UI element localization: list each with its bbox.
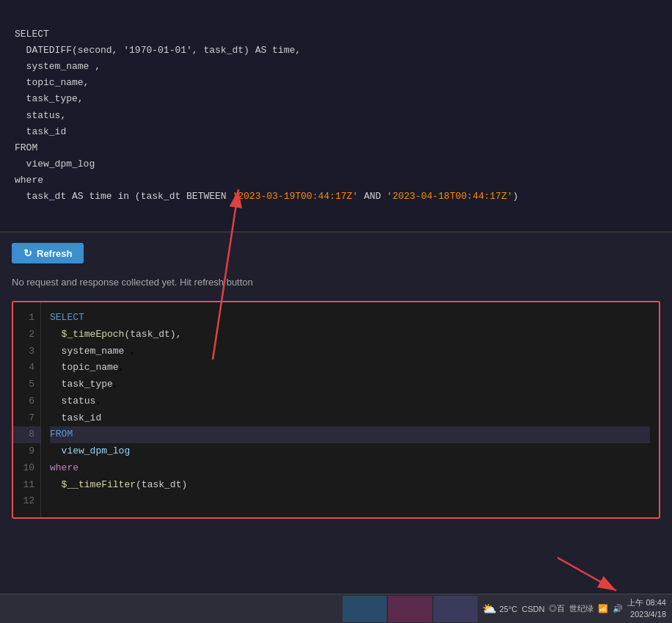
refresh-label: Refresh bbox=[37, 248, 72, 259]
taskbar-csdn[interactable]: CSDN bbox=[522, 605, 544, 613]
svg-line-3 bbox=[558, 558, 616, 591]
sql-close: ) bbox=[513, 191, 519, 202]
line-num-4: 4 bbox=[13, 360, 40, 376]
sql-date-1: '2023-03-19T00:44:17Z' bbox=[232, 191, 358, 202]
line-num-3: 3 bbox=[13, 343, 40, 360]
code-line-2: $_timeEpoch(task_dt), bbox=[50, 327, 650, 343]
line-num-1: 1 bbox=[13, 310, 40, 327]
taskbar-time: 上午 08:44 2023/4/18 bbox=[627, 597, 666, 620]
sql-display: SELECT DATEDIFF(second, '1970-01-01', ta… bbox=[15, 10, 657, 221]
toolbar: ↻ Refresh bbox=[0, 233, 672, 274]
line-num-2: 2 bbox=[13, 327, 40, 343]
line-num-6: 6 bbox=[13, 393, 40, 410]
code-line-1: SELECT bbox=[50, 310, 650, 327]
weather-icon: ⛅ bbox=[482, 602, 497, 616]
code-editor-inner: 1 2 3 4 5 6 7 8 9 10 11 12 SELECT $_time… bbox=[13, 302, 659, 517]
code-line-4: topic_name, bbox=[50, 360, 650, 376]
code-line-5: task_type, bbox=[50, 376, 650, 393]
taskbar-app-vol: 🔊 bbox=[613, 604, 623, 613]
code-line-6: status, bbox=[50, 393, 650, 410]
line-num-10: 10 bbox=[13, 460, 40, 477]
line-num-8: 8 bbox=[13, 426, 40, 443]
code-line-11: $__timeFilter(task_dt) bbox=[50, 477, 650, 494]
code-line-3: system_name , bbox=[50, 343, 650, 360]
code-content[interactable]: SELECT $_timeEpoch(task_dt), system_name… bbox=[41, 302, 659, 517]
code-editor[interactable]: 1 2 3 4 5 6 7 8 9 10 11 12 SELECT $_time… bbox=[12, 301, 660, 519]
line-num-11: 11 bbox=[13, 477, 40, 494]
taskbar-thumb-2[interactable] bbox=[388, 596, 432, 622]
taskbar-thumb-1[interactable] bbox=[343, 596, 387, 622]
sql-date-2: '2023-04-18T00:44:17Z' bbox=[387, 191, 513, 202]
refresh-button[interactable]: ↻ Refresh bbox=[12, 243, 84, 263]
code-line-10: where bbox=[50, 460, 650, 477]
weather-widget: ⛅ 25°C bbox=[482, 602, 518, 616]
code-line-9: view_dpm_log bbox=[50, 443, 650, 460]
sql-line-1: SELECT DATEDIFF(second, '1970-01-01', ta… bbox=[15, 29, 301, 202]
code-line-8: FROM bbox=[50, 426, 650, 443]
weather-temp: 25°C bbox=[500, 605, 518, 613]
line-num-7: 7 bbox=[13, 410, 40, 427]
taskbar-app-sjl[interactable]: 世纪绿 bbox=[569, 603, 594, 614]
line-numbers: 1 2 3 4 5 6 7 8 9 10 11 12 bbox=[13, 302, 41, 517]
refresh-icon: ↻ bbox=[23, 247, 32, 259]
line-num-9: 9 bbox=[13, 443, 40, 460]
code-line-7: task_id bbox=[50, 410, 650, 427]
taskbar-app-net: 📶 bbox=[598, 604, 608, 613]
line-num-12: 12 bbox=[13, 493, 40, 510]
line-num-5: 5 bbox=[13, 376, 40, 393]
sql-panel-top: SELECT DATEDIFF(second, '1970-01-01', ta… bbox=[0, 0, 672, 233]
status-message: No request and response collected yet. H… bbox=[0, 274, 672, 295]
taskbar-app-bai[interactable]: ◎百 bbox=[549, 603, 565, 614]
taskbar: ⛅ 25°C CSDN ◎百 世纪绿 📶 🔊 上午 08:44 2023/4/1… bbox=[0, 594, 672, 623]
taskbar-app-icons bbox=[343, 596, 478, 622]
code-line-12 bbox=[50, 493, 650, 510]
taskbar-thumb-3[interactable] bbox=[434, 596, 478, 622]
sql-and: AND bbox=[358, 191, 387, 202]
